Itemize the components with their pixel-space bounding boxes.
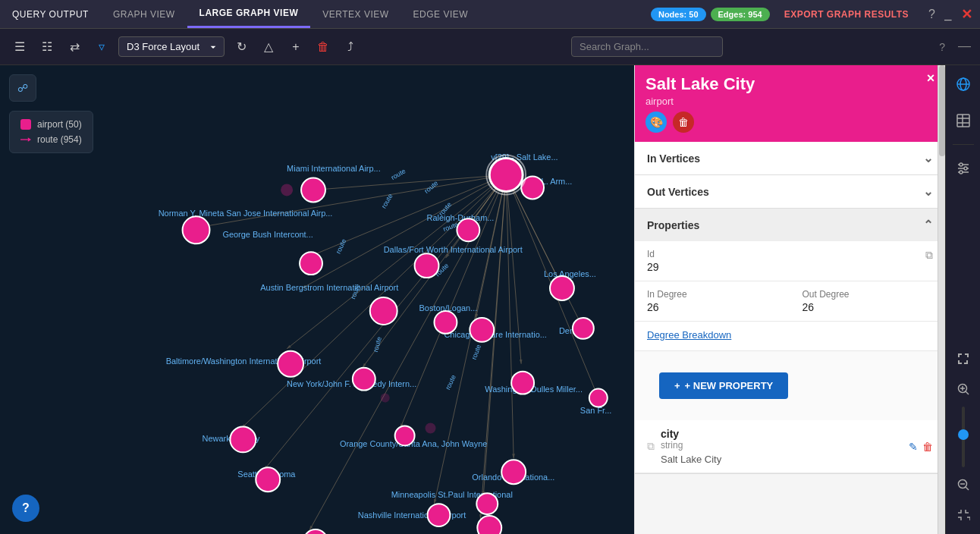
city-edit-button[interactable]: ✎ <box>909 441 918 453</box>
svg-point-66 <box>470 318 494 342</box>
out-degree-col: Out Degree 26 <box>790 281 946 322</box>
svg-text:Dallas/Fort Worth Internationa: Dallas/Fort Worth International Airport <box>384 245 523 254</box>
svg-text:route: route <box>444 374 457 391</box>
in-vertices-chevron: ⌄ <box>923 151 933 165</box>
tab-large-graph-view[interactable]: LARGE GRAPH VIEW <box>187 0 311 28</box>
panel-title: Salt Lake City <box>645 74 755 94</box>
graph-area[interactable]: airport (50) route (954) ☍ <box>0 65 634 534</box>
legend-airport: airport (50) <box>20 119 82 130</box>
id-property-label: Id <box>647 249 659 259</box>
svg-point-78 <box>550 276 574 300</box>
panel-scrollbar-thumb[interactable] <box>939 65 945 156</box>
tab-graph-view[interactable]: GRAPH VIEW <box>101 0 187 28</box>
map-toggle-button[interactable]: ☍ <box>9 74 36 102</box>
help-icon[interactable]: ? <box>928 8 935 21</box>
out-vertices-header[interactable]: Out Vertices ⌄ <box>635 175 945 208</box>
svg-point-87 <box>381 394 390 403</box>
panel-header-icons: 🎨 🗑 <box>645 112 755 133</box>
properties-section: Properties ⌃ Id 29 ⧉ In Degree 26 <box>635 209 945 474</box>
svg-point-88 <box>426 422 436 433</box>
svg-point-86 <box>281 184 293 196</box>
svg-point-84 <box>489 159 523 192</box>
city-copy-button[interactable]: ⧉ <box>647 440 655 453</box>
grid-icon[interactable]: ☷ <box>36 36 58 58</box>
new-property-button[interactable]: + + NEW PROPERTY <box>659 372 788 399</box>
svg-line-105 <box>966 391 969 394</box>
layout-select[interactable]: D3 Force Layout Circle Layout Tree Layou… <box>118 36 225 57</box>
svg-point-74 <box>476 493 498 514</box>
city-property-row: ⧉ city string Salt Lake City ✎ 🗑 <box>635 420 945 473</box>
svg-text:route: route <box>470 344 482 361</box>
in-degree-col: In Degree 26 <box>635 281 790 322</box>
svg-line-3 <box>313 175 506 190</box>
svg-point-69 <box>511 372 534 394</box>
city-property-type: string <box>661 440 909 451</box>
search-help-icon[interactable]: ? <box>933 41 951 53</box>
tab-query-output[interactable]: QUERY OUTPUT <box>0 0 101 28</box>
search-graph-input[interactable] <box>580 41 715 52</box>
zoom-in-icon[interactable] <box>950 376 976 402</box>
export-graph-button[interactable]: EXPORT GRAPH RESULTS <box>772 9 921 20</box>
svg-point-68 <box>353 368 375 391</box>
right-sidebar <box>945 65 980 534</box>
refresh-icon[interactable]: ↻ <box>231 36 252 58</box>
nodes-badge: Nodes: 50 <box>651 8 706 21</box>
degree-breakdown-link[interactable]: Degree Breakdown <box>647 329 731 341</box>
out-vertices-label: Out Vertices <box>647 186 709 198</box>
edges-badge: Edges: 954 <box>711 8 770 21</box>
zoom-thumb[interactable] <box>958 429 969 440</box>
zoom-controls <box>950 346 976 528</box>
svg-text:route: route <box>390 167 407 181</box>
panel-palette-button[interactable]: 🎨 <box>645 112 667 133</box>
layout-lines-icon[interactable]: ☰ <box>9 36 30 58</box>
svg-point-80 <box>589 389 608 407</box>
svg-point-75 <box>428 504 451 526</box>
city-delete-button[interactable]: 🗑 <box>922 441 933 453</box>
minimize-icon[interactable]: ⎯ <box>944 8 952 21</box>
fullscreen-icon[interactable] <box>950 346 976 372</box>
tab-edge-view[interactable]: EDGE VIEW <box>401 0 481 28</box>
help-button[interactable]: ? <box>12 495 39 522</box>
svg-point-76 <box>477 516 501 534</box>
close-window-icon[interactable]: ✕ <box>961 6 972 23</box>
svg-marker-1 <box>28 137 31 142</box>
in-degree-label: In Degree <box>647 289 778 300</box>
fullscreen-exit-icon[interactable] <box>950 502 976 528</box>
svg-text:route: route <box>372 336 383 353</box>
svg-point-101 <box>960 171 963 174</box>
tab-vertex-view[interactable]: VERTEX VIEW <box>310 0 400 28</box>
svg-point-72 <box>395 426 415 445</box>
cursor-icon[interactable]: ⸻ <box>957 39 971 55</box>
filter-arrow-icon[interactable]: ⇄ <box>64 36 85 58</box>
legend: airport (50) route (954) <box>9 111 93 153</box>
panel-scrollbar-track[interactable] <box>938 65 945 534</box>
panel-subtitle: airport <box>645 96 755 107</box>
globe-sidebar-icon[interactable] <box>950 71 976 97</box>
svg-point-73 <box>501 460 526 484</box>
filter-icon[interactable]: ▿ <box>91 36 112 58</box>
in-vertices-header[interactable]: In Vertices ⌄ <box>635 142 945 174</box>
export-icon[interactable]: ⤴ <box>340 36 361 58</box>
id-copy-button[interactable]: ⧉ <box>925 249 933 262</box>
table-sidebar-icon[interactable] <box>950 108 976 134</box>
svg-point-65 <box>435 311 457 334</box>
delete-icon[interactable]: 🗑 <box>313 36 334 58</box>
svg-point-63 <box>415 253 439 278</box>
svg-text:Norman Y. Mineta San Jose Inte: Norman Y. Mineta San Jose International … <box>159 209 333 218</box>
zoom-out-icon[interactable] <box>950 472 976 498</box>
search-graph-container <box>571 36 723 57</box>
add-icon[interactable]: + <box>285 36 306 58</box>
properties-header[interactable]: Properties ⌃ <box>635 209 945 241</box>
out-degree-value: 26 <box>803 301 934 313</box>
properties-chevron: ⌃ <box>923 218 933 232</box>
panel-close-button[interactable]: × <box>922 70 939 86</box>
zoom-track[interactable] <box>962 407 965 467</box>
svg-point-62 <box>300 252 322 275</box>
out-vertices-chevron: ⌄ <box>923 184 933 199</box>
svg-text:Chicago O'Hare Internatio...: Chicago O'Hare Internatio... <box>444 330 546 339</box>
main-content: airport (50) route (954) ☍ <box>0 65 980 534</box>
panel-delete-node-button[interactable]: 🗑 <box>673 112 694 133</box>
hierarchy-icon[interactable]: △ <box>258 36 279 58</box>
settings-sidebar-icon[interactable] <box>950 155 976 181</box>
graph-svg[interactable]: Miami International Airp... Norman Y. Mi… <box>0 65 634 534</box>
